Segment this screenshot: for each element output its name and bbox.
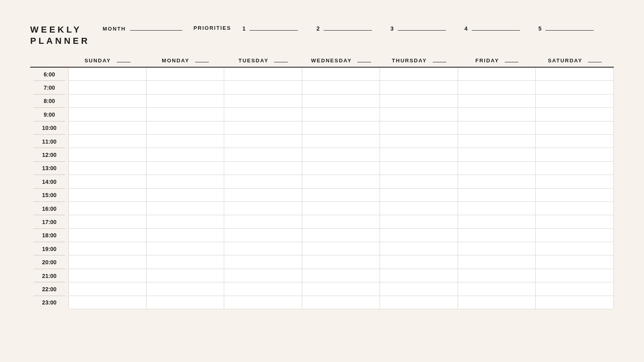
time-slot[interactable] (68, 189, 147, 202)
time-slot[interactable] (224, 108, 302, 121)
time-slot[interactable] (536, 202, 614, 215)
day-date-line[interactable] (433, 58, 446, 62)
day-date-line[interactable] (274, 58, 288, 62)
time-slot[interactable] (224, 135, 302, 148)
time-slot[interactable] (458, 269, 536, 282)
time-slot[interactable] (68, 229, 147, 242)
time-slot[interactable] (458, 162, 536, 175)
time-slot[interactable] (536, 296, 614, 309)
time-slot[interactable] (302, 135, 380, 148)
time-slot[interactable] (224, 189, 302, 202)
time-slot[interactable] (536, 68, 614, 81)
time-slot[interactable] (302, 215, 380, 228)
time-slot[interactable] (68, 255, 147, 269)
time-slot[interactable] (224, 175, 302, 188)
time-slot[interactable] (380, 282, 458, 296)
time-slot[interactable] (147, 255, 225, 269)
time-slot[interactable] (302, 242, 380, 255)
day-date-line[interactable] (195, 58, 209, 62)
time-slot[interactable] (68, 135, 147, 148)
time-slot[interactable] (68, 68, 147, 81)
time-slot[interactable] (68, 148, 147, 161)
time-slot[interactable] (147, 242, 225, 255)
time-slot[interactable] (458, 296, 536, 309)
time-slot[interactable] (380, 242, 458, 255)
time-slot[interactable] (302, 269, 380, 282)
time-slot[interactable] (224, 68, 302, 81)
time-slot[interactable] (302, 121, 380, 135)
time-slot[interactable] (536, 282, 614, 296)
time-slot[interactable] (536, 255, 614, 269)
time-slot[interactable] (68, 202, 147, 215)
time-slot[interactable] (147, 148, 225, 161)
time-slot[interactable] (302, 296, 380, 309)
time-slot[interactable] (458, 68, 536, 81)
time-slot[interactable] (458, 189, 536, 202)
time-slot[interactable] (536, 242, 614, 255)
time-slot[interactable] (380, 135, 458, 148)
time-slot[interactable] (302, 68, 380, 81)
time-slot[interactable] (224, 95, 302, 108)
time-slot[interactable] (224, 148, 302, 161)
time-slot[interactable] (68, 121, 147, 135)
time-slot[interactable] (302, 229, 380, 242)
time-slot[interactable] (380, 229, 458, 242)
time-slot[interactable] (68, 282, 147, 296)
time-slot[interactable] (458, 255, 536, 269)
time-slot[interactable] (380, 269, 458, 282)
time-slot[interactable] (380, 121, 458, 135)
time-slot[interactable] (68, 175, 147, 188)
time-slot[interactable] (458, 229, 536, 242)
time-slot[interactable] (536, 108, 614, 121)
time-slot[interactable] (302, 108, 380, 121)
time-slot[interactable] (302, 202, 380, 215)
time-slot[interactable] (302, 175, 380, 188)
time-slot[interactable] (536, 135, 614, 148)
time-slot[interactable] (380, 95, 458, 108)
day-date-line[interactable] (357, 58, 371, 62)
time-slot[interactable] (224, 242, 302, 255)
time-slot[interactable] (536, 162, 614, 175)
time-slot[interactable] (224, 229, 302, 242)
time-slot[interactable] (302, 282, 380, 296)
time-slot[interactable] (147, 282, 225, 296)
time-slot[interactable] (380, 162, 458, 175)
time-slot[interactable] (224, 162, 302, 175)
time-slot[interactable] (68, 242, 147, 255)
time-slot[interactable] (302, 95, 380, 108)
time-slot[interactable] (224, 282, 302, 296)
time-slot[interactable] (147, 175, 225, 188)
time-slot[interactable] (68, 81, 147, 94)
time-slot[interactable] (224, 202, 302, 215)
time-slot[interactable] (68, 215, 147, 228)
time-slot[interactable] (224, 269, 302, 282)
time-slot[interactable] (380, 68, 458, 81)
time-slot[interactable] (536, 95, 614, 108)
time-slot[interactable] (536, 175, 614, 188)
time-slot[interactable] (302, 255, 380, 269)
time-slot[interactable] (147, 269, 225, 282)
time-slot[interactable] (536, 148, 614, 161)
time-slot[interactable] (536, 189, 614, 202)
time-slot[interactable] (224, 81, 302, 94)
priority-input-line[interactable] (324, 24, 372, 31)
month-input-line[interactable] (130, 24, 182, 31)
time-slot[interactable] (224, 296, 302, 309)
time-slot[interactable] (224, 255, 302, 269)
time-slot[interactable] (458, 81, 536, 94)
time-slot[interactable] (147, 121, 225, 135)
time-slot[interactable] (536, 215, 614, 228)
time-slot[interactable] (147, 189, 225, 202)
time-slot[interactable] (458, 135, 536, 148)
priority-input-line[interactable] (545, 24, 594, 31)
time-slot[interactable] (458, 95, 536, 108)
time-slot[interactable] (380, 108, 458, 121)
time-slot[interactable] (147, 108, 225, 121)
time-slot[interactable] (147, 135, 225, 148)
time-slot[interactable] (147, 229, 225, 242)
time-slot[interactable] (147, 202, 225, 215)
time-slot[interactable] (380, 202, 458, 215)
priority-input-line[interactable] (398, 24, 446, 31)
day-date-line[interactable] (588, 58, 602, 62)
time-slot[interactable] (68, 95, 147, 108)
